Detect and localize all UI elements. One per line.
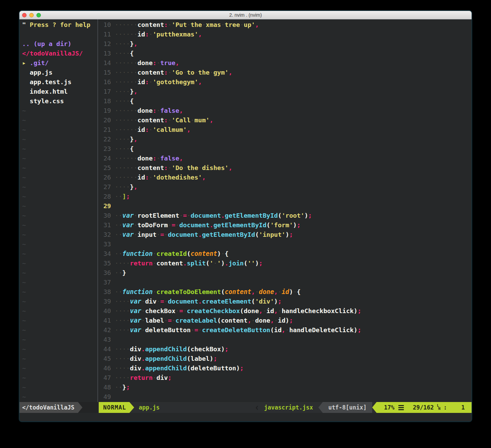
empty-line-tilde: ~	[22, 392, 97, 402]
tree-item[interactable]: </todoVanillaJS/	[22, 49, 97, 58]
empty-line-tilde: ~	[22, 383, 97, 392]
empty-line-tilde: ~	[22, 249, 97, 259]
statusline: </todoVanillaJS NORMAL app.js ‹ javascri…	[19, 402, 472, 413]
position-info: 17% 29/162 LN : 1	[377, 402, 472, 413]
line-number: 33	[98, 240, 111, 249]
code-line[interactable]: 49	[98, 392, 472, 402]
code-line[interactable]: 39····var·div·=·document.createElement('…	[98, 297, 472, 306]
code-line[interactable]: 36··}	[98, 268, 472, 278]
code-line[interactable]: 22····},	[98, 135, 472, 144]
code-line[interactable]: 46····div.appendChild(deleteButton);	[98, 364, 472, 373]
empty-line-tilde: ~	[22, 220, 97, 230]
tree-item[interactable]: " Press ? for help	[22, 20, 97, 30]
code-line[interactable]: 13····{	[98, 49, 472, 58]
code-line[interactable]: 21······id:·'callmum',	[98, 125, 472, 135]
line-number: 44	[98, 344, 111, 354]
line-number: 10	[98, 20, 111, 30]
window-title: 2. nvim . (nvim)	[19, 12, 472, 18]
powerline-arrow-icon	[372, 402, 377, 413]
code-line[interactable]: 12····},	[98, 39, 472, 49]
code-line[interactable]: 10······content:·'Put·the·xmas·tree·up',	[98, 20, 472, 30]
line-number: 32	[98, 230, 111, 240]
airline-statusline: NORMAL app.js ‹ javascript.jsx utf-8[uni…	[98, 402, 472, 413]
filename-label: app.js	[139, 404, 159, 411]
code-line[interactable]: 11······id:·'putthexmas',	[98, 30, 472, 39]
code-line[interactable]: 27····},	[98, 182, 472, 192]
line-number-icon: LN	[437, 404, 441, 410]
empty-line-tilde: ~	[22, 287, 97, 297]
code-line[interactable]: 28··];	[98, 192, 472, 201]
code-line[interactable]: 31··var·toDoForm·=·document.getElementBy…	[98, 220, 472, 230]
code-line[interactable]: 17····},	[98, 87, 472, 96]
tree-item[interactable]: app.test.js	[22, 77, 97, 87]
code-editor[interactable]: 10······content:·'Put·the·xmas·tree·up',…	[98, 20, 472, 402]
empty-line-tilde: ~	[22, 373, 97, 383]
menu-bars-icon	[398, 405, 404, 410]
code-line[interactable]: 30··var·rootElement·=·document.getElemen…	[98, 211, 472, 220]
line-number: 25	[98, 163, 111, 173]
code-line[interactable]: 15······content:·'Go·to·the·gym',	[98, 68, 472, 77]
tree-item[interactable]: app.js	[22, 68, 97, 77]
titlebar[interactable]: 2. nvim . (nvim)	[19, 11, 472, 19]
code-line[interactable]: 16······id:·'gotothegym',	[98, 77, 472, 87]
empty-line-tilde: ~	[22, 325, 97, 335]
code-line[interactable]: 20······content:·'Call·mum',	[98, 115, 472, 125]
code-line[interactable]: 32··var·input·=·document.getElementById(…	[98, 230, 472, 240]
file-tree[interactable]: " Press ? for help.. (up a dir)</todoVan…	[19, 20, 97, 402]
line-number: 21	[98, 125, 111, 135]
powerline-arrow-icon	[318, 402, 323, 413]
empty-line-tilde: ~	[22, 173, 97, 182]
code-line[interactable]: 48··};	[98, 383, 472, 392]
code-line[interactable]: 14······done:·true,	[98, 58, 472, 68]
line-number: 16	[98, 77, 111, 87]
nerdtree-statusline: </todoVanillaJS	[19, 402, 98, 413]
code-line[interactable]: 38··function·createToDoElement(content,·…	[98, 287, 472, 297]
line-number: 13	[98, 49, 111, 58]
line-number: 49	[98, 392, 111, 402]
code-line[interactable]: 34··function·createId(content)·{	[98, 249, 472, 259]
filetype-label: javascript.jsx	[264, 404, 313, 411]
empty-line-tilde: ~	[22, 144, 97, 154]
line-number: 45	[98, 354, 111, 364]
line-number: 43	[98, 335, 111, 344]
line-number: 19	[98, 106, 111, 115]
code-line[interactable]: 29	[98, 201, 472, 211]
column-number: 1	[461, 402, 465, 413]
code-line[interactable]: 23····{	[98, 144, 472, 154]
powerline-arrow-icon	[78, 402, 82, 413]
empty-line-tilde: ~	[22, 201, 97, 211]
code-line[interactable]: 43	[98, 335, 472, 344]
line-number: 22	[98, 135, 111, 144]
code-line[interactable]: 37	[98, 278, 472, 287]
code-line[interactable]: 40····var·checkBox·=·createCheckbox(done…	[98, 306, 472, 316]
code-line[interactable]: 19······done:·false,	[98, 106, 472, 115]
empty-line-tilde: ~	[22, 182, 97, 192]
tree-item[interactable]	[22, 30, 97, 39]
code-line[interactable]: 24······done:·false,	[98, 154, 472, 163]
line-number: 42	[98, 325, 111, 335]
line-number: 35	[98, 259, 111, 268]
code-line[interactable]: 44····div.appendChild(checkBox);	[98, 344, 472, 354]
code-line[interactable]: 25······content:·'Do·the·dishes',	[98, 163, 472, 173]
empty-line-tilde: ~	[22, 163, 97, 173]
line-number: 11	[98, 30, 111, 39]
command-line[interactable]	[19, 413, 472, 421]
tree-item[interactable]: style.css	[22, 96, 97, 106]
code-line[interactable]: 26······id:·'dothedishes',	[98, 173, 472, 182]
empty-line-tilde: ~	[22, 211, 97, 220]
code-line[interactable]: 45····div.appendChild(label);	[98, 354, 472, 364]
empty-line-tilde: ~	[22, 268, 97, 278]
line-number: 23	[98, 144, 111, 154]
line-number: 39	[98, 297, 111, 306]
tree-item[interactable]: index.html	[22, 87, 97, 96]
code-line[interactable]: 41····var·label·=·createLabel(content,·d…	[98, 316, 472, 325]
code-line[interactable]: 42····var·deleteButton·=·createDeleteBut…	[98, 325, 472, 335]
code-line[interactable]: 47····return·div;	[98, 373, 472, 383]
tree-item[interactable]: ▸ .git/	[22, 58, 97, 68]
code-line[interactable]: 18····{	[98, 96, 472, 106]
tree-item[interactable]: .. (up a dir)	[22, 39, 97, 49]
line-number: 36	[98, 268, 111, 278]
code-line[interactable]: 33	[98, 240, 472, 249]
line-number: 26	[98, 173, 111, 182]
code-line[interactable]: 35····return·content.split('·').join('')…	[98, 259, 472, 268]
